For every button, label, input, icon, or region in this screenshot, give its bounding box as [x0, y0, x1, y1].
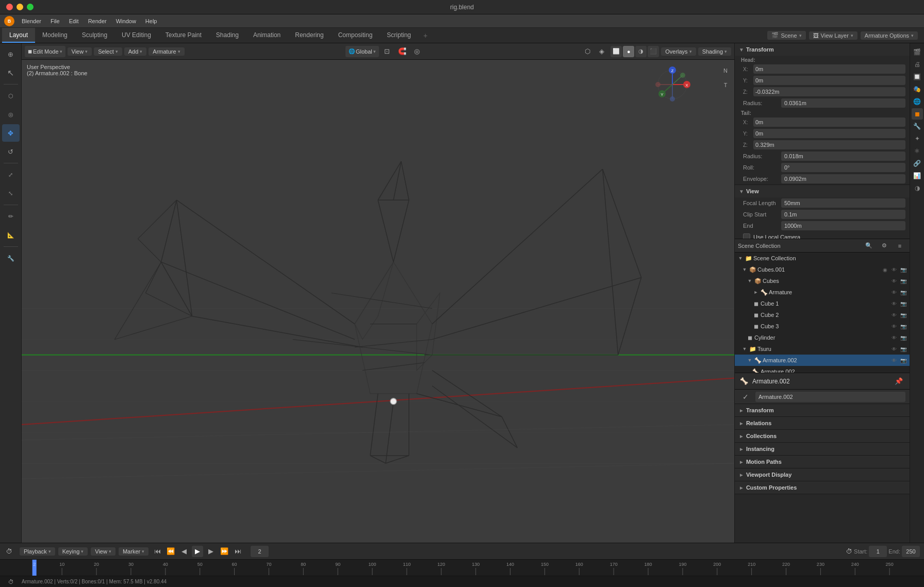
outliner-filter-btn[interactable]: 🔍 — [862, 239, 876, 253]
viewport-tools-toggle[interactable]: T — [719, 78, 732, 92]
minimize-button[interactable] — [16, 4, 23, 10]
grab-tool[interactable]: ✥ — [2, 124, 20, 142]
obj-viewport-header[interactable]: ► Viewport Display — [735, 468, 910, 481]
armature-menu[interactable]: Armature — [148, 47, 184, 56]
head-y-value[interactable]: 0m — [753, 76, 905, 85]
xray-btn[interactable]: ◈ — [595, 45, 608, 58]
close-button[interactable] — [6, 4, 13, 10]
cube2-visibility[interactable]: 👁 — [890, 311, 898, 319]
tab-rendering[interactable]: Rendering — [288, 28, 331, 43]
local-view-btn[interactable]: ⬡ — [581, 45, 594, 58]
view-menu[interactable]: View — [68, 47, 92, 56]
marker-menu[interactable]: Marker — [119, 547, 148, 556]
tab-layout[interactable]: Layout — [2, 28, 35, 43]
outliner-tsuru[interactable]: ▼ 📁 Tsuru 👁 📷 — [735, 343, 910, 355]
cubes-render[interactable]: 📷 — [899, 277, 908, 285]
world-props-tab[interactable]: 🌐 — [912, 96, 923, 107]
outliner-cubes[interactable]: ▼ 📦 Cubes 👁 📷 — [735, 275, 910, 287]
cube2-render[interactable]: 📷 — [899, 311, 908, 319]
tab-modeling[interactable]: Modeling — [35, 28, 75, 43]
cubes-visibility[interactable]: 👁 — [890, 277, 898, 285]
tail-z-value[interactable]: 0.329m — [753, 140, 905, 149]
edit-mode-dropdown[interactable]: ◼ Edit Mode ▾ — [25, 46, 65, 57]
obj-collections-header[interactable]: ► Collections — [735, 430, 910, 442]
timeline-ruler[interactable] — [0, 559, 924, 576]
menu-render[interactable]: Render — [84, 16, 111, 26]
obj-transform-header[interactable]: ► Transform — [735, 404, 910, 416]
cubes-expand[interactable]: ▼ — [746, 277, 753, 284]
inset-tool[interactable]: ◎ — [2, 106, 20, 123]
tab-animation[interactable]: Animation — [246, 28, 288, 43]
keying-menu[interactable]: Keying — [58, 547, 88, 556]
proportional-btn[interactable]: ◎ — [410, 45, 424, 58]
cube1-visibility[interactable]: 👁 — [890, 299, 898, 308]
snap-btn[interactable]: 🧲 — [395, 45, 409, 58]
maximize-button[interactable] — [27, 4, 34, 10]
transform-tool[interactable]: ⤡ — [2, 185, 20, 202]
prev-frame-btn[interactable]: ◀ — [178, 546, 190, 557]
outliner-cube2[interactable]: ◼ Cube 2 👁 📷 — [735, 309, 910, 321]
head-x-value[interactable]: 0m — [753, 64, 905, 74]
viewport-3d[interactable]: ◼ Edit Mode ▾ View Select Add Armature 🌐… — [22, 43, 734, 543]
tail-y-value[interactable]: 0m — [753, 129, 905, 138]
tab-scripting[interactable]: Scripting — [380, 28, 418, 43]
roll-value[interactable]: 0° — [781, 163, 905, 172]
armature-cubes-expand[interactable]: ► — [752, 289, 760, 296]
cylinder-visibility[interactable]: 👁 — [890, 333, 898, 342]
cube3-visibility[interactable]: 👁 — [890, 322, 898, 330]
cursor-tool[interactable]: ⊕ — [2, 45, 20, 63]
end-frame-display[interactable]: 250 — [902, 546, 920, 557]
radius2-value[interactable]: 0.018m — [781, 152, 905, 161]
next-frame-btn[interactable]: ▶ — [205, 546, 217, 557]
outliner-armature-cubes[interactable]: ► 🦴 Armature 👁 📷 — [735, 287, 910, 298]
head-z-value[interactable]: -0.0322m — [753, 87, 905, 96]
cubes001-render[interactable]: 📷 — [899, 265, 908, 274]
focal-value[interactable]: 50mm — [781, 198, 905, 208]
obj-motion-paths-header[interactable]: ► Motion Paths — [735, 456, 910, 468]
annotate-tool[interactable]: ✏ — [2, 208, 20, 225]
add-menu[interactable]: Add — [124, 47, 147, 56]
obj-instancing-header[interactable]: ► Instancing — [735, 443, 910, 455]
armature-cubes-render[interactable]: 📷 — [899, 288, 908, 296]
particles-props-tab[interactable]: ✦ — [912, 133, 923, 144]
obj-custom-props-header[interactable]: ► Custom Properties — [735, 481, 910, 494]
render-props-tab[interactable]: 🎬 — [912, 46, 923, 58]
playback-menu[interactable]: Playback — [20, 547, 55, 556]
cubes001-visibility[interactable]: 👁 — [890, 265, 898, 274]
scene-selector[interactable]: 🎬 Scene ▾ — [767, 31, 805, 40]
obj-name-field[interactable]: Armature.002 — [755, 392, 905, 402]
outliner-scene-collection[interactable]: ▼ 📁 Scene Collection — [735, 253, 910, 264]
outliner-armature-002-data[interactable]: 🦴 Armature.002 — [735, 366, 910, 373]
menu-file[interactable]: File — [46, 16, 64, 26]
armature-cubes-visibility[interactable]: 👁 — [890, 288, 898, 296]
collection-expand-arrow[interactable]: ▼ — [737, 255, 744, 262]
constraints-props-tab[interactable]: 🔗 — [912, 158, 923, 169]
tab-sculpting[interactable]: Sculpting — [75, 28, 114, 43]
obj-relations-header[interactable]: ► Relations — [735, 417, 910, 429]
jump-end-btn[interactable]: ⏭ — [232, 546, 243, 557]
tab-texture-paint[interactable]: Texture Paint — [158, 28, 209, 43]
shading-dropdown[interactable]: Shading — [698, 47, 731, 56]
pivot-point-btn[interactable]: ⊡ — [381, 45, 394, 58]
clip-start-value[interactable]: 0.1m — [781, 210, 905, 219]
tail-x-value[interactable]: 0m — [753, 118, 905, 127]
envelope-value[interactable]: 0.0902m — [781, 174, 905, 183]
solid-shading-btn[interactable]: ● — [623, 46, 634, 57]
cylinder-render[interactable]: 📷 — [899, 333, 908, 342]
view-header[interactable]: ▼ View — [735, 185, 910, 197]
start-frame-display[interactable]: 1 — [869, 546, 887, 557]
custom-tool[interactable]: 🔧 — [2, 249, 20, 267]
cube1-render[interactable]: 📷 — [899, 299, 908, 308]
wireframe-shading-btn[interactable]: ⬜ — [610, 46, 622, 57]
outliner-cube3[interactable]: ◼ Cube 3 👁 📷 — [735, 321, 910, 332]
scene-viewport[interactable] — [22, 43, 734, 543]
viewport-properties-toggle[interactable]: N — [719, 64, 732, 77]
blender-logo[interactable]: B — [4, 16, 14, 26]
scale-tool[interactable]: ⤢ — [2, 166, 20, 183]
rotate-tool[interactable]: ↺ — [2, 143, 20, 160]
view-layer-selector[interactable]: 🖼 View Layer ▾ — [809, 31, 857, 40]
menu-blender[interactable]: Blender — [18, 16, 45, 26]
play-btn[interactable]: ▶ — [192, 546, 203, 557]
material-props-tab[interactable]: ◑ — [912, 182, 923, 194]
radius1-value[interactable]: 0.0361m — [781, 98, 905, 108]
